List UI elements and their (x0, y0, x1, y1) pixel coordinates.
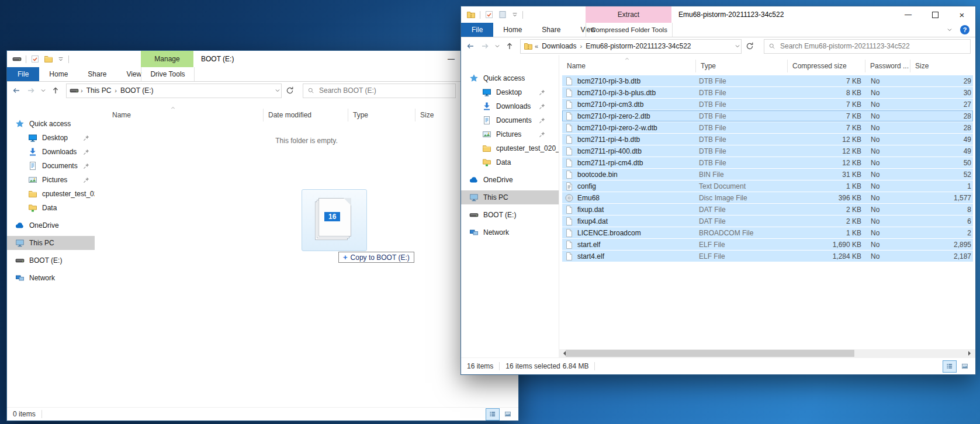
titlebar[interactable]: Manage BOOT (E:) — × (7, 51, 518, 67)
sidebar-item-label: Quick access (29, 120, 71, 128)
sidebar-item-network[interactable]: Network (7, 271, 95, 285)
sidebar-item-quick-access[interactable]: Quick access (7, 117, 95, 131)
sidebar-item-quick-access[interactable]: Quick access (461, 71, 559, 85)
sidebar-item-onedrive[interactable]: OneDrive (7, 218, 95, 232)
close-button[interactable]: × (948, 6, 975, 23)
column-header-password[interactable]: Password ... (865, 60, 910, 72)
thumbnails-view-button[interactable] (958, 360, 972, 373)
details-view-button[interactable] (943, 360, 957, 373)
refresh-button[interactable] (743, 39, 756, 53)
details-view-button[interactable] (486, 408, 500, 420)
sidebar-item-cputester-test-020-1[interactable]: cputester_test_020_1 (461, 141, 559, 155)
up-button[interactable] (503, 39, 516, 53)
sidebar-item-onedrive[interactable]: OneDrive (461, 173, 559, 187)
sidebar-item-this-pc[interactable]: This PC (461, 190, 559, 204)
back-button[interactable] (464, 39, 477, 53)
check-icon[interactable] (484, 10, 494, 19)
ribbon-collapse-icon[interactable] (946, 26, 953, 33)
sidebar-item-downloads[interactable]: Downloads (461, 99, 559, 113)
column-header-name[interactable]: Name (95, 109, 263, 121)
address-bar[interactable]: ›This PC›BOOT (E:) (66, 84, 282, 98)
address-bar[interactable]: «Downloads›Emu68-pistorm-20211123-34c522 (520, 39, 742, 54)
refresh-button[interactable] (283, 84, 296, 98)
tab-file[interactable]: File (461, 23, 493, 37)
file-row-bcm2710-rpi-3-b-dtb[interactable]: bcm2710-rpi-3-b.dtbDTB File7 KBNo29 (562, 75, 973, 86)
sidebar-item-boot-e[interactable]: BOOT (E:) (461, 208, 559, 222)
tab-file[interactable]: File (7, 67, 39, 81)
file-type-label: Text Document (699, 182, 746, 190)
minimize-button[interactable]: — (895, 6, 922, 23)
scroll-right-icon[interactable] (968, 351, 973, 356)
breadcrumb-segment-emu68-pistorm-20211123-34c522[interactable]: Emu68-pistorm-20211123-34c522 (584, 42, 692, 50)
sidebar-item-pictures[interactable]: Pictures (7, 173, 95, 187)
breadcrumb-segment-boot-e[interactable]: BOOT (E:) (119, 86, 155, 95)
breadcrumb-segment-this-pc[interactable]: This PC (85, 86, 113, 95)
file-row-fixup-dat[interactable]: fixup.datDAT File2 KBNo8 (562, 204, 973, 215)
scrollbar-thumb[interactable] (566, 350, 854, 357)
sidebar-item-documents[interactable]: Documents (461, 113, 559, 127)
file-row-start-elf[interactable]: start.elfELF File1,690 KBNo2,895 (562, 239, 973, 250)
up-icon (505, 41, 514, 51)
file-box-icon[interactable] (498, 10, 507, 19)
tab-share[interactable]: Share (78, 67, 116, 81)
column-header-type[interactable]: Type (695, 60, 787, 72)
scroll-left-icon[interactable] (561, 351, 566, 356)
sidebar-item-downloads[interactable]: Downloads (7, 145, 95, 159)
tab-home[interactable]: Home (39, 67, 78, 81)
help-icon[interactable]: ? (960, 25, 969, 34)
file-row-bcm2710-rpi-zero-2-w-dtb[interactable]: bcm2710-rpi-zero-2-w.dtbDTB File7 KBNo28 (562, 122, 973, 133)
tab-share[interactable]: Share (532, 23, 570, 37)
file-row-bcm2711-rpi-cm4-dtb[interactable]: bcm2711-rpi-cm4.dtbDTB File12 KBNo50 (562, 157, 973, 168)
tab-drive-tools[interactable]: Drive Tools (141, 67, 195, 81)
file-row-start4-elf[interactable]: start4.elfELF File1,284 KBNo2,187 (562, 251, 973, 262)
sidebar-item-cputester-test-020-1[interactable]: cputester_test_020_1 (7, 187, 95, 201)
address-dropdown-icon[interactable] (274, 87, 281, 94)
sidebar-item-data[interactable]: Data (461, 155, 559, 169)
column-header-size[interactable]: Size (910, 60, 974, 72)
file-row-bcm2710-rpi-3-b-plus-dtb[interactable]: bcm2710-rpi-3-b-plus.dtbDTB File8 KBNo30 (562, 87, 973, 98)
address-dropdown-icon[interactable] (734, 43, 741, 50)
sidebar-item-boot-e[interactable]: BOOT (E:) (7, 253, 95, 267)
search-input[interactable] (318, 86, 451, 95)
check-icon[interactable] (30, 54, 40, 64)
folder-icon[interactable] (44, 54, 53, 64)
column-header-date-modified[interactable]: Date modified (263, 109, 348, 121)
file-row-fixup4-dat[interactable]: fixup4.datDAT File2 KBNo6 (562, 216, 973, 227)
sidebar-item-this-pc[interactable]: This PC (7, 236, 95, 250)
file-row-bcm2710-rpi-zero-2-dtb[interactable]: bcm2710-rpi-zero-2.dtbDTB File7 KBNo28 (562, 110, 973, 121)
search-box[interactable] (303, 84, 456, 98)
file-row-bcm2710-rpi-cm3-dtb[interactable]: bcm2710-rpi-cm3.dtbDTB File7 KBNo27 (562, 99, 973, 110)
titlebar[interactable]: Extract Emu68-pistorm-20211123-34c522 — … (461, 6, 975, 23)
sidebar-item-documents[interactable]: Documents (7, 159, 95, 173)
forward-button[interactable] (25, 84, 37, 98)
maximize-button[interactable] (922, 6, 948, 23)
file-row-bootcode-bin[interactable]: bootcode.binBIN File31 KBNo52 (562, 169, 973, 180)
file-row-licence-broadcom[interactable]: LICENCE.broadcomBROADCOM File1 KBNo2 (562, 227, 973, 238)
horizontal-scrollbar[interactable] (559, 349, 975, 357)
search-input[interactable] (779, 41, 966, 51)
column-header-compressed-size[interactable]: Compressed size (787, 60, 865, 72)
column-header-type[interactable]: Type (348, 109, 415, 121)
thumbnails-view-button[interactable] (501, 408, 515, 420)
file-row-bcm2711-rpi-4-b-dtb[interactable]: bcm2711-rpi-4-b.dtbDTB File12 KBNo49 (562, 134, 973, 145)
customize-quick-access-icon[interactable] (511, 11, 518, 18)
up-button[interactable] (49, 84, 62, 98)
back-button[interactable] (10, 84, 23, 98)
tab-compressed-folder-tools[interactable]: Compressed Folder Tools (586, 23, 673, 37)
recent-locations-button[interactable] (39, 84, 47, 98)
breadcrumb-segment-downloads[interactable]: Downloads (540, 42, 578, 50)
tab-home[interactable]: Home (493, 23, 532, 37)
sidebar-item-desktop[interactable]: Desktop (461, 85, 559, 99)
file-row-emu68[interactable]: Emu68Disc Image File396 KBNo1,577 (562, 192, 973, 203)
sidebar-item-network[interactable]: Network (461, 225, 559, 239)
search-box[interactable] (764, 39, 971, 54)
sidebar-item-data[interactable]: Data (7, 201, 95, 215)
file-row-bcm2711-rpi-400-dtb[interactable]: bcm2711-rpi-400.dtbDTB File12 KBNo49 (562, 145, 973, 157)
customize-quick-access-icon[interactable] (57, 55, 64, 62)
forward-button[interactable] (479, 39, 491, 53)
recent-locations-button[interactable] (493, 39, 501, 53)
sidebar-item-desktop[interactable]: Desktop (7, 131, 95, 145)
file-row-config[interactable]: configText Document1 KBNo1 (562, 180, 973, 192)
file-size: 27 (910, 99, 974, 110)
sidebar-item-pictures[interactable]: Pictures (461, 127, 559, 141)
